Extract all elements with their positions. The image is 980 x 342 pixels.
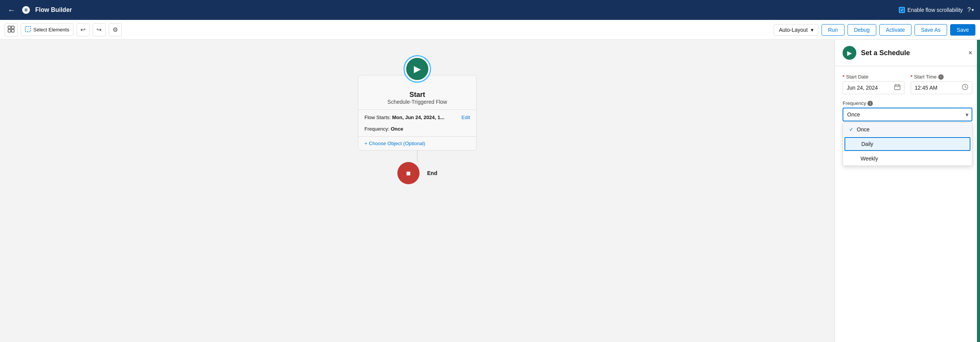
auto-layout-dropdown-icon: ▾	[811, 27, 813, 33]
select-elements-button[interactable]: Select Elements	[21, 23, 74, 36]
nav-logo	[21, 5, 31, 15]
settings-button[interactable]: ⚙	[109, 23, 122, 36]
end-circle: ■	[397, 162, 420, 184]
frequency-info-icon[interactable]: i	[867, 101, 873, 106]
start-date-input-wrapper	[843, 81, 905, 94]
redo-icon: ↪	[96, 26, 101, 33]
back-icon: ←	[8, 6, 15, 15]
end-label: End	[427, 170, 437, 176]
start-node[interactable]: ▶ Start Schedule-Triggered Flow Flow Sta…	[358, 55, 477, 151]
svg-rect-4	[25, 26, 31, 32]
svg-rect-0	[8, 26, 11, 29]
flow-starts-value: Mon, Jun 24, 2024, 1...	[392, 115, 444, 120]
flow-starts-label: Flow Starts:	[364, 115, 391, 120]
start-card-title: Start	[364, 91, 470, 99]
help-button[interactable]: ? ▾	[967, 7, 974, 13]
frequency-label: Frequency i	[843, 100, 972, 106]
frequency-value: Once	[391, 126, 403, 132]
activate-button[interactable]: Activate	[879, 24, 911, 36]
dropdown-item-once[interactable]: ✓ Once	[843, 123, 972, 136]
play-icon: ▶	[414, 64, 421, 74]
edit-link[interactable]: Edit	[462, 115, 470, 120]
start-time-required: *	[911, 74, 913, 80]
back-button[interactable]: ←	[6, 4, 17, 16]
undo-button[interactable]: ↩	[77, 23, 90, 36]
dropdown-item-weekly[interactable]: Weekly	[843, 152, 972, 165]
frequency-select-wrapper: Once Daily Weekly ▾ ✓ Once Daily	[843, 108, 972, 121]
nav-title: Flow Builder	[35, 7, 72, 13]
panel-icon: ▶	[843, 46, 856, 60]
top-nav: ← Flow Builder ✓ Enable flow scrollabili…	[0, 0, 980, 20]
start-date-input[interactable]	[843, 81, 905, 94]
frequency-field: Frequency i Once Daily Weekly ▾ ✓ Once	[843, 100, 972, 121]
plus-icon: +	[364, 141, 368, 146]
start-time-info-icon[interactable]: i	[938, 74, 944, 80]
panel-title: Set a Schedule	[861, 49, 964, 57]
start-card: Start Schedule-Triggered Flow Flow Start…	[358, 75, 477, 151]
start-card-body: Flow Starts: Mon, Jun 24, 2024, 1... Edi…	[358, 110, 476, 137]
end-node-wrapper: ■ End	[397, 162, 437, 184]
start-time-input[interactable]	[911, 81, 973, 94]
debug-button[interactable]: Debug	[848, 24, 876, 36]
start-time-field: * Start Time i	[911, 74, 973, 94]
choose-object-button[interactable]: + Choose Object (Optional)	[364, 141, 425, 146]
right-panel: ▶ Set a Schedule × * Start Date	[835, 40, 980, 342]
start-time-input-wrapper	[911, 81, 973, 94]
start-card-subtitle: Schedule-Triggered Flow	[364, 99, 470, 105]
save-button[interactable]: Save	[950, 24, 975, 36]
toolbar: Select Elements ↩ ↪ ⚙ Auto-Layout ▾ Run …	[0, 20, 980, 40]
scrollability-checkbox[interactable]: ✓	[899, 7, 905, 13]
start-card-header: Start Schedule-Triggered Flow	[358, 87, 476, 110]
panel-stripe	[977, 40, 980, 342]
canvas: ▶ Start Schedule-Triggered Flow Flow Sta…	[0, 40, 835, 342]
start-date-label: * Start Date	[843, 74, 905, 80]
toggle-button[interactable]	[5, 23, 18, 36]
start-card-footer: + Choose Object (Optional)	[358, 137, 476, 150]
panel-header: ▶ Set a Schedule ×	[835, 40, 980, 66]
save-as-button[interactable]: Save As	[915, 24, 947, 36]
connector-line	[417, 151, 418, 162]
svg-rect-2	[8, 29, 11, 32]
close-button[interactable]: ×	[968, 49, 972, 57]
main-area: ▶ Start Schedule-Triggered Flow Flow Sta…	[0, 40, 980, 342]
frequency-select[interactable]: Once Daily Weekly	[843, 108, 972, 121]
redo-button[interactable]: ↪	[93, 23, 106, 36]
svg-rect-1	[11, 26, 14, 29]
flow-diagram: ▶ Start Schedule-Triggered Flow Flow Sta…	[358, 55, 477, 184]
start-date-field: * Start Date	[843, 74, 905, 94]
auto-layout-button[interactable]: Auto-Layout ▾	[774, 24, 818, 36]
dropdown-item-daily[interactable]: Daily	[844, 137, 970, 151]
enable-scrollability-label[interactable]: ✓ Enable flow scrollability	[899, 7, 963, 13]
start-circle: ▶	[403, 55, 431, 83]
toggle-icon	[8, 26, 15, 34]
select-elements-icon	[25, 26, 31, 33]
undo-icon: ↩	[80, 26, 85, 33]
run-button[interactable]: Run	[822, 24, 844, 36]
panel-body: * Start Date	[835, 66, 980, 342]
check-icon: ✓	[849, 126, 854, 133]
svg-rect-3	[11, 29, 14, 32]
nav-right: ✓ Enable flow scrollability ? ▾	[899, 7, 974, 13]
start-circle-inner: ▶	[406, 58, 428, 80]
start-date-required: *	[843, 74, 844, 80]
settings-icon: ⚙	[113, 26, 118, 33]
frequency-dropdown-menu: ✓ Once Daily Weekly	[843, 122, 972, 166]
frequency-label: Frequency:	[364, 126, 389, 132]
start-time-label: * Start Time i	[911, 74, 973, 80]
stop-icon: ■	[406, 169, 411, 178]
fields-row: * Start Date	[843, 74, 972, 100]
